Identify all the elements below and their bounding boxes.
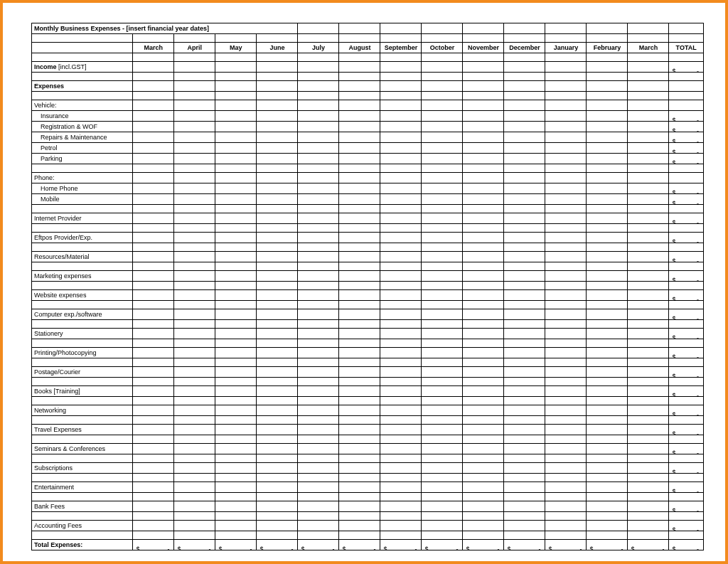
month-cell	[504, 213, 545, 224]
empty-cell	[174, 358, 215, 367]
empty-cell	[215, 205, 257, 213]
month-total-cell: $-	[463, 540, 504, 550]
month-cell	[545, 405, 587, 416]
month-cell	[422, 81, 463, 92]
month-cell	[339, 482, 380, 493]
month-cell	[298, 482, 339, 493]
empty-cell	[545, 435, 587, 444]
month-cell	[380, 463, 422, 474]
month-cell	[215, 62, 257, 73]
month-cell	[133, 271, 174, 282]
empty-cell	[504, 435, 545, 444]
currency-symbol: $	[136, 545, 139, 550]
empty-cell	[298, 262, 339, 271]
empty-cell	[380, 435, 422, 444]
month-cell	[133, 290, 174, 301]
empty-cell	[669, 224, 704, 233]
row-label: Travel Expenses	[32, 425, 133, 435]
empty-cell	[32, 205, 133, 213]
month-cell	[215, 81, 257, 92]
amount-dash: -	[697, 526, 699, 531]
empty-cell	[215, 73, 257, 81]
blank-row	[32, 397, 704, 405]
empty-cell	[339, 474, 380, 482]
month-cell	[339, 386, 380, 397]
month-total-cell: $-	[133, 540, 174, 550]
blank-row	[32, 73, 704, 81]
empty-cell	[587, 493, 628, 501]
empty-cell	[669, 262, 704, 271]
empty-cell	[174, 339, 215, 348]
month-cell	[628, 501, 669, 512]
month-cell	[215, 132, 257, 143]
row-label: Petrol	[32, 143, 133, 154]
currency-symbol: $	[672, 148, 675, 154]
month-cell	[257, 329, 298, 339]
amount-dash: -	[697, 430, 699, 435]
data-row: Computer exp./software$-	[32, 309, 704, 320]
month-cell	[257, 482, 298, 493]
month-cell	[380, 521, 422, 531]
month-cell	[257, 521, 298, 531]
empty-cell	[257, 92, 298, 100]
month-cell	[215, 233, 257, 243]
empty-cell	[463, 53, 504, 62]
empty-cell	[339, 454, 380, 463]
blank-row	[32, 282, 704, 290]
empty-cell	[133, 92, 174, 100]
empty-cell	[215, 53, 257, 62]
empty-cell	[339, 397, 380, 405]
amount-dash: -	[697, 334, 699, 339]
month-cell	[504, 233, 545, 243]
empty-cell	[174, 224, 215, 233]
empty-cell	[215, 320, 257, 329]
month-cell	[422, 154, 463, 164]
empty-cell	[32, 262, 133, 271]
empty-cell	[587, 282, 628, 290]
empty-cell	[133, 243, 174, 252]
month-cell	[587, 154, 628, 164]
amount-dash: -	[697, 159, 699, 164]
month-cell	[133, 100, 174, 111]
amount-dash: -	[497, 545, 499, 550]
row-label: Website expenses	[32, 290, 133, 301]
empty-cell	[32, 282, 133, 290]
blank-row	[32, 454, 704, 463]
month-cell	[504, 309, 545, 320]
month-cell	[298, 405, 339, 416]
empty-cell	[545, 397, 587, 405]
month-cell	[380, 386, 422, 397]
month-cell	[628, 100, 669, 111]
month-cell	[463, 521, 504, 531]
month-cell	[380, 132, 422, 143]
empty-cell	[133, 224, 174, 233]
header-row: MarchAprilMayJuneJulyAugustSeptemberOcto…	[32, 43, 704, 53]
month-total-cell: $-	[174, 540, 215, 550]
empty-cell	[380, 262, 422, 271]
month-cell	[422, 463, 463, 474]
month-total-cell: $-	[628, 540, 669, 550]
row-label-bold: Income	[34, 63, 57, 70]
amount-dash: -	[373, 545, 375, 550]
empty-cell	[504, 92, 545, 100]
month-cell	[628, 213, 669, 224]
empty-cell	[669, 531, 704, 540]
currency-symbol: $	[672, 276, 675, 282]
row-total-cell: $-	[669, 482, 704, 493]
data-row: Seminars & Conferences$-	[32, 444, 704, 454]
month-cell	[133, 81, 174, 92]
blank-row	[32, 320, 704, 329]
data-row: Eftpos Provider/Exp.$-	[32, 233, 704, 243]
empty-cell	[298, 339, 339, 348]
amount-dash: -	[697, 188, 699, 194]
month-cell	[380, 111, 422, 122]
empty-cell	[545, 282, 587, 290]
empty-cell	[463, 416, 504, 425]
row-total-cell: $-	[669, 309, 704, 320]
empty-cell	[32, 416, 133, 425]
blank-row	[32, 358, 704, 367]
empty-cell	[628, 92, 669, 100]
month-cell	[257, 62, 298, 73]
empty-cell	[422, 73, 463, 81]
empty-cell	[545, 339, 587, 348]
